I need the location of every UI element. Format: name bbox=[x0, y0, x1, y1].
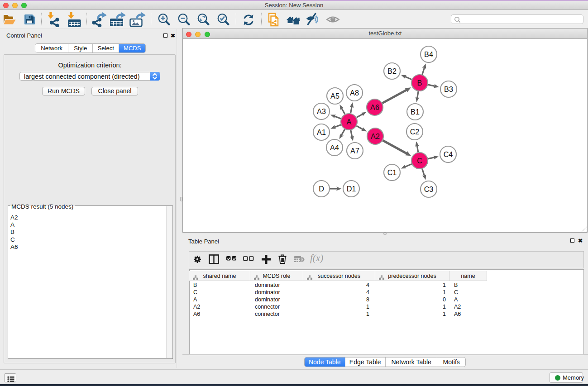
svg-text:A5: A5 bbox=[330, 92, 339, 100]
svg-text:C3: C3 bbox=[424, 185, 434, 193]
svg-text:B: B bbox=[417, 79, 422, 87]
svg-text:C1: C1 bbox=[387, 168, 397, 176]
svg-text:A8: A8 bbox=[350, 89, 359, 97]
svg-text:A1: A1 bbox=[317, 128, 326, 136]
svg-text:B4: B4 bbox=[424, 50, 433, 58]
svg-text:B1: B1 bbox=[411, 108, 420, 116]
svg-text:A4: A4 bbox=[330, 143, 339, 152]
svg-text:B2: B2 bbox=[387, 67, 397, 75]
svg-text:D1: D1 bbox=[347, 185, 356, 193]
svg-text:A: A bbox=[347, 118, 352, 126]
svg-text:A2: A2 bbox=[371, 132, 380, 140]
svg-text:A7: A7 bbox=[350, 147, 359, 155]
svg-text:A6: A6 bbox=[370, 103, 379, 111]
svg-text:C4: C4 bbox=[444, 150, 453, 158]
svg-text:D: D bbox=[319, 185, 324, 193]
svg-text:A3: A3 bbox=[317, 107, 326, 115]
svg-text:C: C bbox=[417, 157, 422, 165]
svg-text:B3: B3 bbox=[444, 85, 453, 93]
svg-text:C2: C2 bbox=[410, 128, 420, 136]
